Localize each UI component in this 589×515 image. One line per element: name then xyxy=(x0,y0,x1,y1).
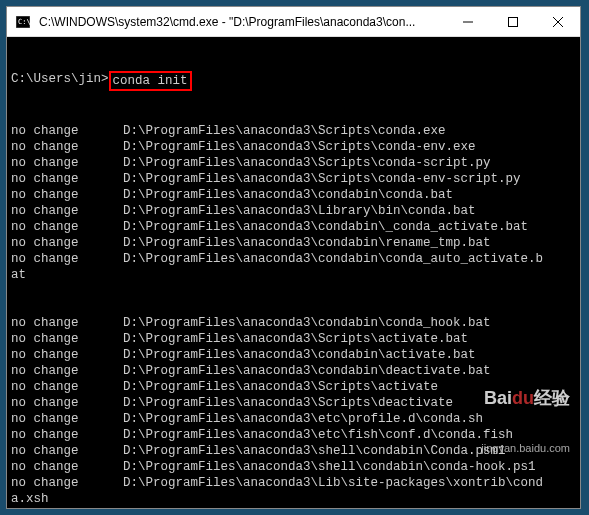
status-text: no change xyxy=(11,331,123,347)
watermark: Baidu经验 jingyan.baidu.com xyxy=(481,358,570,488)
status-text: no change xyxy=(11,187,123,203)
output-row: no changeD:\ProgramFiles\anaconda3\Scrip… xyxy=(11,331,576,347)
watermark-url: jingyan.baidu.com xyxy=(481,440,570,456)
wrapped-text: at xyxy=(11,267,576,283)
path-text: D:\ProgramFiles\anaconda3\Scripts\deacti… xyxy=(123,395,453,411)
path-text: D:\ProgramFiles\anaconda3\Library\bin\co… xyxy=(123,203,476,219)
output-row: no changeD:\ProgramFiles\anaconda3\Libra… xyxy=(11,203,576,219)
output-row: no changeD:\ProgramFiles\anaconda3\conda… xyxy=(11,187,576,203)
watermark-suffix: 经验 xyxy=(534,388,570,408)
watermark-bai: Bai xyxy=(484,388,512,408)
path-text: D:\ProgramFiles\anaconda3\condabin\_cond… xyxy=(123,219,528,235)
titlebar: C:\ C:\WINDOWS\system32\cmd.exe - "D:\Pr… xyxy=(7,7,580,37)
status-text: no change xyxy=(11,139,123,155)
output-row: no changeD:\ProgramFiles\anaconda3\conda… xyxy=(11,315,576,331)
path-text: D:\ProgramFiles\anaconda3\condabin\conda… xyxy=(123,187,453,203)
status-text: no change xyxy=(11,235,123,251)
output-row: no changeD:\ProgramFiles\anaconda3\Scrip… xyxy=(11,171,576,187)
status-text: no change xyxy=(11,219,123,235)
status-text: no change xyxy=(11,459,123,475)
command-highlight: conda init xyxy=(109,71,192,91)
path-text: D:\ProgramFiles\anaconda3\Scripts\conda-… xyxy=(123,155,491,171)
status-text: no change xyxy=(11,171,123,187)
status-text: no change xyxy=(11,123,123,139)
path-text: D:\ProgramFiles\anaconda3\shell\condabin… xyxy=(123,443,506,459)
output-row: no changeD:\ProgramFiles\anaconda3\conda… xyxy=(11,235,576,251)
watermark-brand: Baidu经验 xyxy=(481,390,570,406)
path-text: D:\ProgramFiles\anaconda3\condabin\conda… xyxy=(123,315,491,331)
status-text: no change xyxy=(11,443,123,459)
window-title: C:\WINDOWS\system32\cmd.exe - "D:\Progra… xyxy=(39,15,445,29)
path-text: D:\ProgramFiles\anaconda3\condabin\activ… xyxy=(123,347,476,363)
status-text: no change xyxy=(11,379,123,395)
status-text: no change xyxy=(11,155,123,171)
output-row: no changeD:\ProgramFiles\anaconda3\Scrip… xyxy=(11,123,576,139)
watermark-du: du xyxy=(512,388,534,408)
prompt-path: C:\Users\jin> xyxy=(11,71,109,91)
maximize-button[interactable] xyxy=(490,7,535,36)
path-text: D:\ProgramFiles\anaconda3\Scripts\conda.… xyxy=(123,123,446,139)
path-text: D:\ProgramFiles\anaconda3\Scripts\activa… xyxy=(123,379,438,395)
close-button[interactable] xyxy=(535,7,580,36)
status-text: no change xyxy=(11,315,123,331)
path-text: D:\ProgramFiles\anaconda3\condabin\deact… xyxy=(123,363,491,379)
output-row: no changeD:\ProgramFiles\anaconda3\conda… xyxy=(11,251,576,267)
output-row: no changeD:\ProgramFiles\anaconda3\Scrip… xyxy=(11,155,576,171)
cmd-window: C:\ C:\WINDOWS\system32\cmd.exe - "D:\Pr… xyxy=(6,6,581,509)
path-text: D:\ProgramFiles\anaconda3\Scripts\conda-… xyxy=(123,139,476,155)
window-controls xyxy=(445,7,580,36)
svg-text:C:\: C:\ xyxy=(18,18,30,26)
path-text: D:\ProgramFiles\anaconda3\etc\fish\conf.… xyxy=(123,427,513,443)
status-text: no change xyxy=(11,347,123,363)
path-text: D:\ProgramFiles\anaconda3\condabin\renam… xyxy=(123,235,491,251)
status-text: no change xyxy=(11,395,123,411)
status-text: no change xyxy=(11,251,123,267)
path-text: D:\ProgramFiles\anaconda3\condabin\conda… xyxy=(123,251,543,267)
path-text: D:\ProgramFiles\anaconda3\etc\profile.d\… xyxy=(123,411,483,427)
wrapped-text: a.xsh xyxy=(11,491,576,507)
cmd-icon: C:\ xyxy=(15,14,31,30)
path-text: D:\ProgramFiles\anaconda3\Lib\site-packa… xyxy=(123,475,543,491)
status-text: no change xyxy=(11,363,123,379)
terminal-output[interactable]: C:\Users\jin>conda init no changeD:\Prog… xyxy=(7,37,580,508)
path-text: D:\ProgramFiles\anaconda3\shell\condabin… xyxy=(123,459,536,475)
prompt-line: C:\Users\jin>conda init xyxy=(11,71,576,91)
status-text: no change xyxy=(11,203,123,219)
path-text: D:\ProgramFiles\anaconda3\Scripts\conda-… xyxy=(123,171,521,187)
status-text: no change xyxy=(11,411,123,427)
output-row: no changeD:\ProgramFiles\anaconda3\conda… xyxy=(11,219,576,235)
minimize-button[interactable] xyxy=(445,7,490,36)
status-text: no change xyxy=(11,475,123,491)
status-text: no change xyxy=(11,427,123,443)
output-row: no changeD:\ProgramFiles\anaconda3\Scrip… xyxy=(11,139,576,155)
path-text: D:\ProgramFiles\anaconda3\Scripts\activa… xyxy=(123,331,468,347)
svg-rect-3 xyxy=(508,17,517,26)
